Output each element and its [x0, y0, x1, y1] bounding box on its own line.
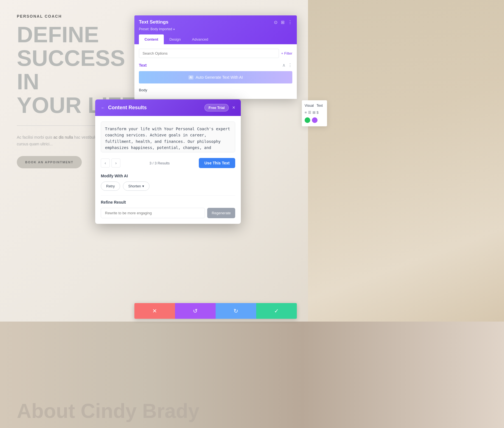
shorten-label: Shorten — [128, 184, 141, 188]
more-icon[interactable]: ⋮ — [288, 62, 292, 68]
hero-title-line2: SUCCESS IN — [17, 46, 146, 94]
search-options-input[interactable] — [139, 49, 279, 58]
preset-arrow: ▾ — [173, 28, 175, 31]
retry-button[interactable]: Retry — [101, 182, 120, 191]
focus-icon[interactable]: ⊙ — [274, 20, 277, 25]
panel-preset[interactable]: Preset: Body imported ▾ — [139, 27, 292, 31]
refine-input[interactable] — [101, 208, 205, 218]
result-text-area[interactable] — [101, 122, 235, 152]
about-title: About Cindy Brady — [17, 399, 199, 422]
filter-button[interactable]: + Filter — [281, 51, 292, 55]
hero-title-line1: DEFINE — [17, 23, 146, 46]
preset-label: Preset: Body imported — [139, 27, 172, 31]
tab-text[interactable]: Text — [316, 104, 323, 108]
search-filter-row: + Filter — [139, 49, 292, 58]
more-options-icon[interactable]: ⋮ — [288, 20, 292, 25]
auto-generate-label: Auto Generate Text With AI — [196, 75, 243, 80]
align-left-icon[interactable]: ≡ — [305, 110, 307, 115]
panel-title: Text Settings — [139, 19, 168, 25]
columns-icon[interactable]: ⊞ — [281, 20, 284, 25]
format-icons-group: ≡ ☰ ⊞ $ — [305, 110, 324, 115]
panel-body: + Filter Text ∧ ⋮ AI Auto Generate Text … — [134, 44, 297, 99]
color-tools — [305, 117, 324, 123]
nav-arrows: ‹ › — [101, 159, 120, 168]
grid-icon[interactable]: ⊞ — [312, 110, 316, 115]
panel-tabs: Content Design Advanced — [139, 34, 292, 44]
prev-result-button[interactable]: ‹ — [101, 159, 110, 168]
save-icon: ✓ — [274, 308, 279, 314]
bottom-section: About Cindy Brady — [0, 322, 504, 428]
modal-title: Content Results — [108, 105, 147, 111]
refine-section: Refine Result Regenerate — [101, 195, 235, 218]
undo-icon: ↺ — [193, 308, 198, 314]
text-section-label: Text — [139, 63, 147, 68]
collapse-icon[interactable]: ∧ — [282, 62, 286, 68]
redo-icon: ↻ — [234, 308, 238, 314]
modal-header-left: ← Content Results — [101, 105, 147, 111]
back-arrow-icon[interactable]: ← — [101, 105, 105, 110]
hero-divider — [17, 125, 101, 126]
close-modal-button[interactable]: × — [232, 105, 235, 111]
body-label: Body — [139, 88, 292, 92]
use-this-text-button[interactable]: Use This Text — [199, 158, 235, 168]
text-settings-panel: Text Settings ⊙ ⊞ ⋮ Preset: Body importe… — [134, 15, 297, 99]
color-circle-green[interactable] — [305, 117, 310, 123]
align-center-icon[interactable]: ☰ — [308, 110, 311, 115]
modal-body: ‹ › 3 / 3 Results Use This Text Modify W… — [95, 116, 241, 224]
save-toolbar-button[interactable]: ✓ — [256, 303, 297, 319]
bottom-toolbar: ✕ ↺ ↻ ✓ — [134, 303, 297, 319]
dollar-icon[interactable]: $ — [317, 110, 319, 115]
ai-icon: AI — [188, 75, 193, 80]
panel-icons: ⊙ ⊞ ⋮ — [274, 20, 292, 25]
redo-toolbar-button[interactable]: ↻ — [216, 303, 256, 319]
panel-header: Text Settings ⊙ ⊞ ⋮ Preset: Body importe… — [134, 15, 297, 44]
text-section-header: Text ∧ ⋮ — [139, 62, 292, 68]
cancel-icon: ✕ — [152, 308, 157, 314]
refine-row: Regenerate — [101, 208, 235, 218]
navigation-row: ‹ › 3 / 3 Results Use This Text — [101, 158, 235, 168]
refine-title: Refine Result — [101, 200, 235, 204]
cancel-toolbar-button[interactable]: ✕ — [134, 303, 175, 319]
modify-buttons: Retry Shorten ▾ — [101, 182, 235, 191]
regenerate-button[interactable]: Regenerate — [207, 208, 235, 218]
personal-coach-label: PERSONAL COACH — [17, 14, 146, 18]
text-section-icons: ∧ ⋮ — [282, 62, 292, 68]
shorten-button[interactable]: Shorten ▾ — [123, 182, 150, 191]
modify-section: Modify With AI Retry Shorten ▾ — [101, 174, 235, 191]
shorten-arrow-icon: ▾ — [142, 184, 144, 188]
modal-header-right: Free Trial × — [204, 104, 235, 111]
color-circle-purple[interactable] — [312, 117, 318, 123]
content-results-modal: ← Content Results Free Trial × ‹ › 3 / 3… — [95, 99, 241, 224]
panel-title-row: Text Settings ⊙ ⊞ ⋮ — [139, 19, 292, 25]
free-trial-badge[interactable]: Free Trial — [204, 104, 229, 111]
visual-text-tabs: Visual Text — [305, 104, 324, 108]
next-result-button[interactable]: › — [111, 159, 120, 168]
results-count: 3 / 3 Results — [150, 161, 170, 165]
modal-header: ← Content Results Free Trial × — [95, 99, 241, 116]
auto-generate-button[interactable]: AI Auto Generate Text With AI — [139, 71, 292, 83]
tab-visual[interactable]: Visual — [305, 104, 314, 108]
visual-text-panel: Visual Text ≡ ☰ ⊞ $ — [302, 100, 327, 126]
tab-design[interactable]: Design — [164, 34, 186, 44]
tab-content[interactable]: Content — [139, 34, 164, 44]
book-appointment-button[interactable]: BOOK AN APPOINTMENT — [17, 156, 82, 168]
tab-advanced[interactable]: Advanced — [186, 34, 214, 44]
undo-toolbar-button[interactable]: ↺ — [175, 303, 216, 319]
modify-title: Modify With AI — [101, 174, 235, 178]
